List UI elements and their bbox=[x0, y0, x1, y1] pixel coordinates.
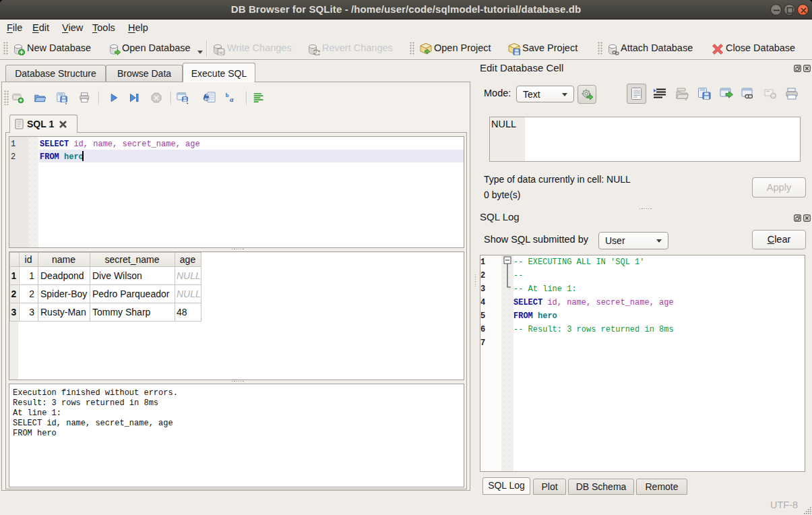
svg-text:b: b bbox=[226, 92, 229, 98]
svg-text:a: a bbox=[230, 95, 234, 103]
